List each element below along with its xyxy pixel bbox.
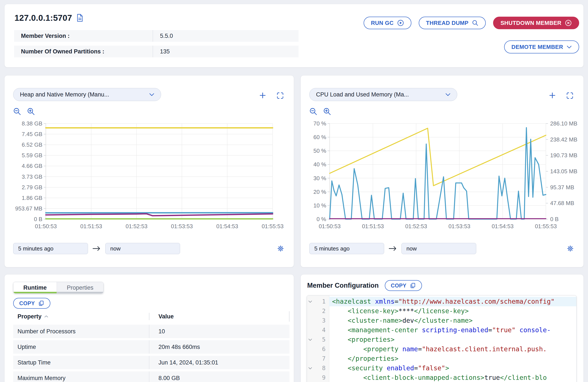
svg-text:01:55:53: 01:55:53 (262, 223, 283, 229)
code-text: <properties> (329, 335, 576, 344)
member-info-table: Member Version : 5.5.0 Number Of Owned P… (14, 30, 298, 61)
tab-properties[interactable]: Properties (57, 282, 103, 293)
code-line: 4 <management-center scripting-enabled="… (307, 325, 576, 335)
arrow-right-icon (92, 246, 101, 251)
tab-properties-label: Properties (67, 284, 93, 291)
code-text: <property name="hazelcast.client.interna… (329, 344, 576, 354)
copy-config-button[interactable]: COPY (385, 280, 422, 291)
runtime-tabs: Runtime Properties (13, 282, 104, 293)
svg-text:50 %: 50 % (314, 148, 326, 154)
line-number: 8 (314, 363, 329, 373)
value-cell: 8.00 GB (149, 371, 290, 382)
line-number: 7 (314, 354, 329, 363)
code-line: 6 <property name="hazelcast.client.inter… (307, 344, 576, 354)
time-from-input[interactable]: 5 minutes ago (309, 243, 384, 254)
svg-text:286.10 MB: 286.10 MB (550, 120, 577, 127)
fullscreen-icon[interactable] (276, 92, 284, 99)
svg-text:60 %: 60 % (314, 134, 326, 140)
svg-text:01:50:53: 01:50:53 (35, 223, 57, 229)
svg-text:4.66 GB: 4.66 GB (22, 163, 42, 169)
code-line: 5 <properties> (307, 335, 576, 344)
fold-toggle-icon[interactable] (307, 335, 314, 344)
svg-text:40 %: 40 % (314, 161, 326, 168)
fold-toggle-icon[interactable] (307, 363, 314, 373)
shutdown-member-button[interactable]: SHUTDOWN MEMBER (493, 17, 579, 29)
cpu-load-used-memory-chart: 01:50:5301:51:5301:52:5301:53:5301:54:53… (301, 120, 584, 232)
svg-text:01:52:53: 01:52:53 (405, 223, 427, 229)
info-label: Member Version : (14, 33, 153, 39)
fold-gutter (307, 344, 314, 354)
line-number: 2 (314, 306, 329, 316)
sort-ascending-icon[interactable] (44, 315, 48, 318)
svg-text:3.73 GB: 3.73 GB (22, 174, 42, 180)
thread-dump-button[interactable]: THREAD DUMP (419, 17, 486, 29)
column-value: Value (149, 313, 289, 320)
time-range-row: 5 minutes ago now (309, 243, 574, 254)
demote-member-button[interactable]: DEMOTE MEMBER (504, 41, 579, 53)
settings-gear-icon[interactable] (567, 245, 574, 252)
svg-text:70 %: 70 % (314, 120, 326, 127)
run-gc-button[interactable]: RUN GC (364, 17, 411, 29)
svg-text:01:53:53: 01:53:53 (448, 223, 470, 229)
metric-select-heap[interactable]: Heap and Native Memory (Manu... (13, 88, 161, 101)
fullscreen-icon[interactable] (566, 92, 573, 99)
search-icon (472, 20, 478, 26)
svg-text:30 %: 30 % (314, 175, 326, 181)
document-icon[interactable] (77, 14, 83, 22)
svg-text:953.67 MB: 953.67 MB (15, 205, 42, 212)
thread-dump-label: THREAD DUMP (426, 20, 469, 26)
svg-text:0 %: 0 % (316, 216, 326, 222)
tab-runtime[interactable]: Runtime (13, 282, 57, 293)
demote-member-label: DEMOTE MEMBER (511, 44, 563, 50)
run-gc-label: RUN GC (371, 20, 394, 26)
svg-text:8.38 GB: 8.38 GB (22, 120, 42, 127)
add-chart-icon[interactable] (549, 92, 556, 99)
page-title: 127.0.0.1:5707 (15, 13, 72, 23)
line-number: 1 (314, 297, 329, 306)
svg-text:20 %: 20 % (314, 189, 326, 195)
svg-text:01:55:53: 01:55:53 (535, 223, 557, 229)
info-row-owned-partitions: Number Of Owned Partitions : 135 (14, 46, 298, 57)
zoom-in-icon[interactable] (27, 108, 35, 116)
info-value: 5.5.0 (153, 33, 298, 39)
zoom-out-icon[interactable] (13, 108, 21, 116)
chart-panel-icons (259, 92, 284, 99)
svg-text:238.42 MB: 238.42 MB (550, 136, 577, 143)
fold-gutter (307, 325, 314, 335)
line-number: 4 (314, 325, 329, 335)
svg-text:5.59 GB: 5.59 GB (22, 152, 42, 158)
zoom-in-icon[interactable] (323, 108, 331, 116)
settings-gear-icon[interactable] (277, 245, 284, 252)
info-value: 135 (153, 48, 298, 55)
fold-toggle-icon[interactable] (307, 297, 314, 306)
code-text: <client-block-unmapped-actions>true</cli… (329, 373, 576, 382)
svg-text:1.86 GB: 1.86 GB (22, 195, 42, 201)
member-actions: RUN GC THREAD DUMP SHUTDOWN MEMBER (364, 17, 579, 29)
time-to-input[interactable]: now (105, 243, 180, 254)
column-property[interactable]: Property (18, 313, 42, 320)
code-line: 9 <client-block-unmapped-actions>true</c… (307, 373, 576, 382)
add-chart-icon[interactable] (259, 92, 266, 99)
metric-select-label: Heap and Native Memory (Manu... (20, 91, 109, 98)
time-to-input[interactable]: now (401, 243, 476, 254)
svg-text:190.73 MB: 190.73 MB (550, 152, 577, 158)
fold-gutter (307, 306, 314, 316)
chart-zoom-controls (309, 108, 331, 116)
svg-text:7.45 GB: 7.45 GB (22, 131, 42, 137)
time-from-input[interactable]: 5 minutes ago (13, 243, 88, 254)
line-number: 5 (314, 335, 329, 344)
copy-runtime-button[interactable]: COPY (13, 298, 50, 309)
tab-runtime-label: Runtime (23, 284, 47, 291)
svg-text:2.79 GB: 2.79 GB (22, 184, 42, 191)
zoom-out-icon[interactable] (309, 108, 317, 116)
value-cell: 10 (149, 325, 290, 338)
svg-text:01:50:53: 01:50:53 (319, 223, 340, 229)
metric-select-cpu[interactable]: CPU Load and Used Memory (Ma... (309, 88, 457, 101)
runtime-table-header: Property Value (13, 311, 290, 322)
info-label: Number Of Owned Partitions : (14, 48, 153, 55)
time-range-row: 5 minutes ago now (13, 243, 284, 254)
config-editor[interactable]: 1<hazelcast xmlns="http://www.hazelcast.… (307, 295, 577, 382)
value-cell: Jun 14, 2024, 01:35:01 (149, 356, 290, 369)
property-cell: Startup Time (13, 356, 149, 369)
property-cell: Uptime (13, 340, 149, 354)
